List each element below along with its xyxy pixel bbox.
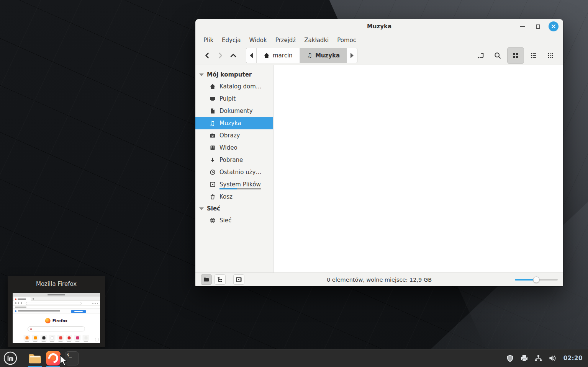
menu-zakladki[interactable]: Zakładki xyxy=(300,35,333,45)
menu-widok[interactable]: Widok xyxy=(245,35,271,45)
sidebar-item-network[interactable]: Sieć xyxy=(195,214,273,227)
sidebar-item-label: Dokumenty xyxy=(219,108,253,114)
thumbnail-url-bar xyxy=(26,302,82,305)
sidebar-item-documents[interactable]: Dokumenty xyxy=(195,105,273,117)
network-icon xyxy=(534,354,542,362)
sidebar-item-home[interactable]: Katalog dom… xyxy=(195,80,273,93)
chevron-right-icon xyxy=(216,52,224,59)
video-icon xyxy=(209,145,216,151)
compact-view-button[interactable] xyxy=(543,48,558,63)
maximize-button[interactable] xyxy=(533,22,542,31)
tree-view-icon xyxy=(217,276,223,283)
disk-usage-fill xyxy=(219,188,237,189)
sidebar-item-downloads[interactable]: Pobrane xyxy=(195,154,273,166)
search-button[interactable] xyxy=(490,48,505,63)
toggle-location-entry-button[interactable] xyxy=(473,48,488,63)
thumbnail-firefox-brand: Firefox xyxy=(45,318,68,323)
forward-button[interactable] xyxy=(214,49,227,62)
document-icon xyxy=(209,108,216,114)
volume-tray-button[interactable] xyxy=(549,354,557,362)
thumbnail-start-page: Firefox xyxy=(13,313,100,343)
grid-view-icon xyxy=(512,52,519,59)
file-view-empty[interactable] xyxy=(273,65,563,272)
breadcrumb-scroll-left[interactable] xyxy=(246,48,257,63)
sidebar-item-recent[interactable]: Ostatnio uży… xyxy=(195,166,273,178)
shield-icon xyxy=(506,354,514,362)
list-view-button[interactable] xyxy=(526,48,541,63)
menu-edycja[interactable]: Edycja xyxy=(218,35,245,45)
breadcrumb-home[interactable]: marcin xyxy=(257,48,300,63)
home-icon xyxy=(209,83,216,90)
thumbnail-bar xyxy=(15,307,26,308)
up-button[interactable] xyxy=(227,49,240,62)
menu-pomoc[interactable]: Pomoc xyxy=(333,35,360,45)
sidebar-item-label: Pulpit xyxy=(219,95,236,102)
taskbar-item-firefox[interactable] xyxy=(44,349,62,367)
menu-przejdz[interactable]: Przejdź xyxy=(271,35,300,45)
sidebar-section-network[interactable]: Sieć xyxy=(195,203,273,214)
thumbnail-search-bar xyxy=(28,326,85,331)
sidebar-item-music[interactable]: ♫ Muzyka xyxy=(195,117,273,129)
menubar: Plik Edycja Widok Przejdź Zakładki Pomoc xyxy=(195,34,563,46)
mint-menu-button[interactable] xyxy=(0,349,21,367)
firefox-wordmark: Firefox xyxy=(52,319,68,323)
firefox-thumbnail[interactable]: Firefox xyxy=(13,293,100,343)
breadcrumb-scroll-left-icon xyxy=(250,53,253,58)
shield-tray-button[interactable] xyxy=(506,354,514,362)
sidebar-item-label: Pobrane xyxy=(219,157,243,163)
taskbar-item-terminal[interactable]: $_ xyxy=(62,349,81,367)
mint-logo-icon xyxy=(3,351,18,365)
sidebar-item-label: Katalog dom… xyxy=(219,83,262,90)
minimize-button[interactable] xyxy=(518,22,527,31)
toolbar-view-controls xyxy=(473,47,558,64)
sidebar-item-filesystem[interactable]: System Plików xyxy=(195,178,273,191)
network-tray-button[interactable] xyxy=(534,354,543,362)
firefox-icon xyxy=(46,351,61,365)
location-entry-icon xyxy=(477,52,485,59)
taskbar-separator xyxy=(21,349,21,367)
thumbnail-titlebar xyxy=(13,293,100,297)
volume-icon xyxy=(549,354,557,362)
terminal-icon: $_ xyxy=(65,351,79,365)
chevron-left-icon xyxy=(203,52,211,59)
chevron-up-icon xyxy=(229,52,237,59)
window-titlebar[interactable]: Muzyka xyxy=(195,19,563,34)
tree-view-button[interactable] xyxy=(215,274,226,285)
close-button[interactable] xyxy=(549,21,559,31)
list-view-icon xyxy=(530,52,537,59)
sidebar-section-my-computer[interactable]: Mój komputer xyxy=(195,69,273,80)
printer-tray-button[interactable] xyxy=(520,354,529,362)
expander-icon xyxy=(199,73,204,76)
breadcrumb-current[interactable]: ♫ Muzyka xyxy=(300,48,347,63)
sidebar-item-label: System Plików xyxy=(219,181,261,188)
thumbnail-bar xyxy=(18,310,60,312)
breadcrumb-scroll-right[interactable] xyxy=(347,48,357,63)
taskbar-clock[interactable]: 02:20 xyxy=(563,355,583,362)
sidebar-item-pictures[interactable]: Obrazy xyxy=(195,129,273,142)
thumbnail-tabbar xyxy=(13,297,100,301)
back-button[interactable] xyxy=(201,49,214,62)
desktop-icon xyxy=(209,96,216,102)
zoom-slider[interactable] xyxy=(515,276,558,283)
sidebar-item-label: Kosz xyxy=(219,193,233,200)
hide-sidebar-button[interactable] xyxy=(233,274,244,285)
sidebar-item-label: Sieć xyxy=(219,217,231,224)
thumbnail-tab xyxy=(14,297,31,301)
thumbnail-notification-bar xyxy=(13,308,100,313)
preview-title: Mozilla Firefox xyxy=(8,276,105,292)
sidebar-item-videos[interactable]: Wideo xyxy=(195,142,273,154)
globe-icon xyxy=(209,217,216,224)
sidebar-item-desktop[interactable]: Pulpit xyxy=(195,93,273,105)
menu-plik[interactable]: Plik xyxy=(199,35,218,45)
zoom-slider-handle[interactable] xyxy=(533,276,540,283)
sidebar-item-label: Muzyka xyxy=(219,120,241,127)
places-view-button[interactable] xyxy=(201,274,212,285)
taskbar-item-files[interactable] xyxy=(26,349,44,367)
firefox-window-preview[interactable]: Mozilla Firefox Firefox xyxy=(8,276,105,347)
sidebar-item-trash[interactable]: Kosz xyxy=(195,191,273,203)
expander-icon xyxy=(199,207,204,210)
sidebar-section-label: Mój komputer xyxy=(207,71,252,78)
grid-view-button[interactable] xyxy=(507,47,524,64)
thumbnail-bar xyxy=(18,298,26,300)
places-view-icon xyxy=(203,276,210,283)
